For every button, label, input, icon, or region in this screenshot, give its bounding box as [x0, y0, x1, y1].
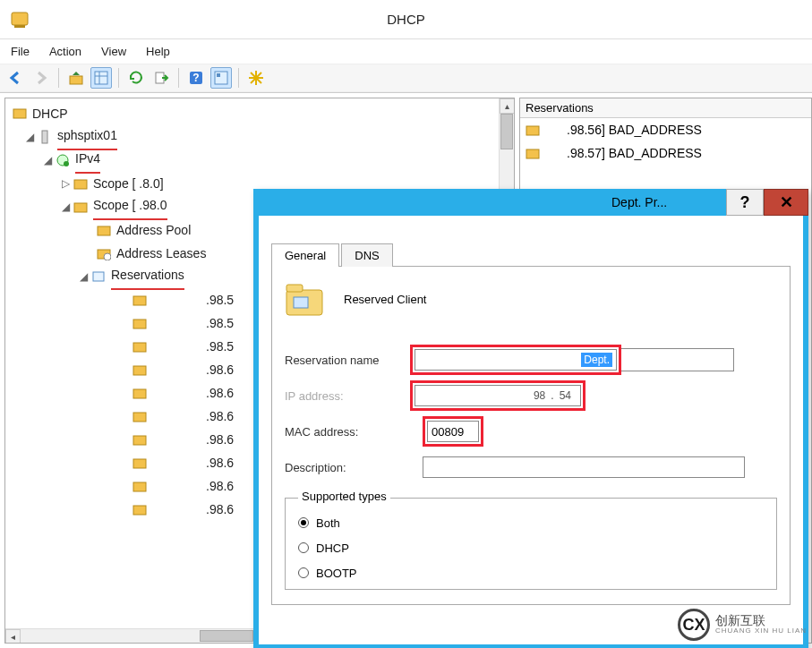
- tree-item-label: .98.6: [206, 498, 234, 521]
- refresh-button[interactable]: [125, 67, 147, 89]
- svg-rect-20: [74, 203, 87, 212]
- properties-dialog: Dept. Pr... ? ✕ General DNS Reserved Cli…: [253, 189, 808, 648]
- watermark: CX 创新互联 CHUANG XIN HU LIAN: [678, 609, 807, 641]
- tab-general[interactable]: General: [271, 243, 339, 267]
- list-item-label: .98.57] BAD_ADDRESS: [567, 146, 702, 160]
- export-button[interactable]: [150, 67, 172, 89]
- close-button[interactable]: ✕: [764, 189, 808, 216]
- ip-octet-3[interactable]: 98: [534, 389, 545, 402]
- expander-icon[interactable]: ◢: [41, 149, 54, 172]
- menu-action[interactable]: Action: [49, 45, 81, 58]
- svg-rect-27: [133, 343, 146, 352]
- new-button[interactable]: [245, 67, 267, 89]
- tree-item-label: .98.6: [206, 474, 234, 498]
- svg-rect-39: [294, 297, 308, 308]
- highlight-reservation-name: Dept.: [410, 345, 621, 375]
- up-button[interactable]: [65, 67, 87, 89]
- tree-item-label: .98.6: [206, 428, 234, 451]
- dialog-title: Dept. Pr...: [253, 189, 726, 216]
- list-item[interactable]: .98.57] BAD_ADDRESS: [520, 141, 811, 165]
- dialog-body: General DNS Reserved Client Reservation …: [259, 216, 803, 614]
- svg-rect-33: [133, 482, 146, 491]
- right-pane-header: Reservations: [520, 98, 811, 118]
- folder-icon: [131, 477, 149, 495]
- svg-text:?: ?: [192, 72, 199, 84]
- svg-rect-29: [133, 389, 146, 398]
- folder-icon: [526, 146, 540, 160]
- radio-dhcp[interactable]: DHCP: [298, 535, 764, 560]
- details-view-button[interactable]: [90, 67, 112, 89]
- tab-general-content: Reserved Client Reservation name Dept. I…: [271, 267, 791, 605]
- expander-icon[interactable]: ◢: [23, 125, 36, 149]
- svg-rect-24: [93, 272, 104, 281]
- window-title-bar: DHCP: [0, 0, 812, 39]
- scroll-left-icon[interactable]: ◂: [5, 629, 21, 644]
- svg-rect-28: [133, 366, 146, 375]
- list-item[interactable]: .98.56] BAD_ADDRESS: [520, 118, 811, 141]
- back-button[interactable]: [5, 67, 27, 89]
- folder-icon: [131, 407, 149, 425]
- radio-icon: [298, 517, 309, 528]
- folder-icon: [72, 198, 90, 216]
- svg-rect-2: [70, 76, 82, 84]
- folder-icon: [131, 431, 149, 448]
- expander-icon[interactable]: ◢: [59, 195, 72, 218]
- tree-ipv4[interactable]: ◢ IPv4: [11, 149, 509, 172]
- mac-address-input[interactable]: [427, 421, 479, 442]
- expander-icon[interactable]: ◢: [77, 265, 90, 288]
- legend-supported-types: Supported types: [298, 490, 390, 503]
- reservations-icon: [90, 268, 107, 286]
- tree-address-leases-label: Address Leases: [116, 242, 206, 265]
- ip-octet-4[interactable]: 54: [560, 389, 571, 402]
- tree-item-label: .98.6: [206, 405, 234, 428]
- tree-root[interactable]: DHCP: [11, 102, 509, 125]
- menu-help[interactable]: Help: [146, 45, 170, 58]
- scroll-thumb[interactable]: [200, 630, 253, 642]
- folder-icon: [131, 291, 149, 309]
- svg-rect-35: [526, 126, 539, 135]
- svg-rect-0: [12, 13, 28, 25]
- tree-reservations-label: Reservations: [111, 263, 184, 290]
- scroll-thumb[interactable]: [500, 114, 513, 149]
- watermark-sub: CHUANG XIN HU LIAN: [715, 627, 807, 635]
- help-button[interactable]: ?: [185, 67, 207, 89]
- svg-rect-10: [217, 73, 220, 77]
- svg-rect-31: [133, 436, 146, 445]
- folder-icon: [72, 175, 90, 192]
- toolbar-separator: [238, 68, 239, 88]
- svg-rect-34: [133, 506, 146, 515]
- watermark-brand: 创新互联: [715, 614, 807, 627]
- right-list[interactable]: .98.56] BAD_ADDRESS.98.57] BAD_ADDRESS: [520, 118, 811, 165]
- properties-button[interactable]: [210, 67, 232, 89]
- radio-both-label: Both: [316, 516, 340, 530]
- highlight-ip-address: 98 . 54: [410, 380, 585, 411]
- tree-item-label: .98.5: [206, 288, 234, 311]
- window-title: DHCP: [387, 12, 425, 27]
- radio-bootp[interactable]: BOOTP: [298, 560, 764, 585]
- folder-icon: [131, 384, 149, 402]
- svg-rect-21: [98, 226, 110, 235]
- folder-icon: [526, 123, 540, 137]
- folder-icon: [131, 361, 149, 379]
- row-ip-address: IP address: 98 . 54: [285, 378, 777, 414]
- svg-rect-3: [95, 72, 107, 84]
- menu-file[interactable]: File: [11, 45, 30, 58]
- toolbar-separator: [178, 68, 179, 88]
- description-input[interactable]: [423, 456, 745, 478]
- scroll-up-icon[interactable]: ▴: [500, 98, 515, 114]
- tree-scope2-label: Scope [ .98.0: [93, 193, 167, 220]
- toolbar: ?: [0, 64, 812, 92]
- svg-rect-19: [74, 180, 87, 189]
- dialog-title-bar[interactable]: Dept. Pr... ? ✕: [253, 189, 808, 216]
- reservation-name-selected-text[interactable]: Dept.: [581, 353, 612, 367]
- tree-server[interactable]: ◢ sphsptix01: [11, 125, 509, 149]
- menu-view[interactable]: View: [101, 45, 126, 58]
- tab-dns[interactable]: DNS: [341, 243, 392, 267]
- radio-both[interactable]: Both: [298, 510, 764, 535]
- dhcp-root-icon: [11, 105, 29, 123]
- help-button[interactable]: ?: [726, 189, 764, 216]
- forward-button[interactable]: [30, 67, 52, 89]
- tree-item-label: .98.5: [206, 335, 234, 358]
- dialog-section-title: Reserved Client: [344, 293, 427, 306]
- expander-icon[interactable]: ▷: [59, 172, 72, 195]
